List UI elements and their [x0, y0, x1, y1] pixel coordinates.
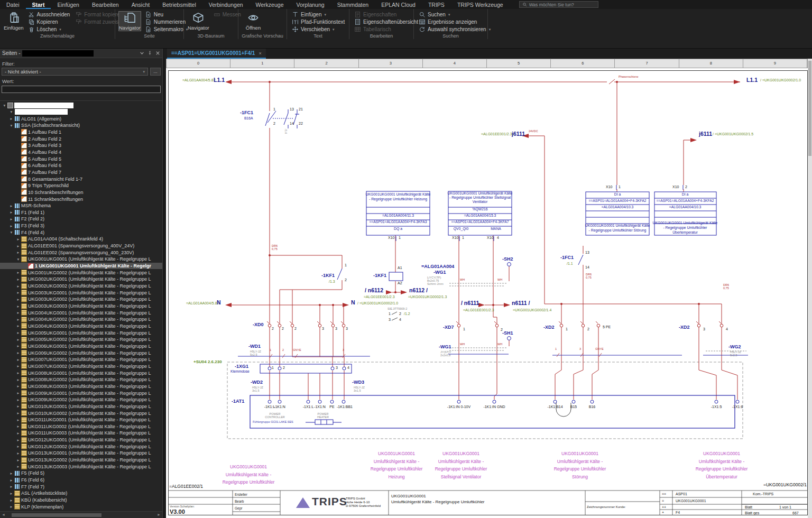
- tree-row[interactable]: ▸F2 (Feld 2): [0, 216, 162, 223]
- tree-row[interactable]: ▸UKG004UKG0002 (Umluftkühlgerät Kälte - …: [0, 316, 162, 323]
- tree-row[interactable]: 5 Aufbau Feld 5: [0, 155, 162, 162]
- button-l-schen[interactable]: Löschen▾: [26, 26, 72, 33]
- ribbon-tab-werkzeuge[interactable]: Werkzeuge: [250, 0, 290, 9]
- tree-expand-icon[interactable]: ▸: [16, 277, 21, 282]
- tree-expand-icon[interactable]: ▸: [16, 244, 21, 248]
- tree-row[interactable]: ▸UKG012UKG0002 (Umluftkühlgerät Kälte - …: [0, 443, 162, 450]
- tree-expand-icon[interactable]: ▸: [16, 310, 21, 315]
- tree-row[interactable]: ▸F1 (Feld 1): [0, 209, 162, 216]
- tree-row[interactable]: ▸UKG012UKG0001 (Umluftkühlgerät Kälte - …: [0, 437, 162, 443]
- tree-row[interactable]: ▸UKG013UKG0003 (Umluftkühlgerät Kälte - …: [0, 463, 162, 470]
- tree-row[interactable]: ▾UKG001UKG0001 (Umluftkühlgerät Kälte - …: [0, 256, 162, 263]
- tree-row[interactable]: ▸UKG001UKG0002 (Umluftkühlgerät Kälte - …: [0, 269, 162, 276]
- button-einf-gen[interactable]: Einfügen▾: [290, 11, 346, 18]
- tree-row[interactable]: ▸ASL (Artikelstückliste): [0, 490, 162, 497]
- tree-collapse-icon[interactable]: ▾: [16, 257, 21, 262]
- button-nummerieren[interactable]: Nummerieren: [143, 18, 190, 25]
- tree-expand-icon[interactable]: ▸: [16, 297, 21, 302]
- tree-row[interactable]: ▸UKG011UKG0002 (Umluftkühlgerät Kälte - …: [0, 423, 162, 430]
- tree-expand-icon[interactable]: ▸: [16, 284, 21, 289]
- ribbon-tab-eplan-cloud[interactable]: EPLAN Cloud: [375, 0, 422, 9]
- tree-row[interactable]: ▸F7 (Feld 7): [0, 483, 162, 490]
- tree-row[interactable]: ▸UKG005UKG0002 (Umluftkühlgerät Kälte - …: [0, 336, 162, 343]
- tree-row[interactable]: ▸UKG008UKG0002 (Umluftkühlgerät Kälte - …: [0, 376, 162, 383]
- tree-row[interactable]: ▸F6 (Feld 6): [0, 477, 162, 484]
- ribbon-tab-trips-werkzeuge[interactable]: TRIPS Werkzeuge: [451, 0, 510, 9]
- tree-expand-icon[interactable]: ▸: [16, 418, 21, 422]
- tree-row[interactable]: 11 Schrankbeschriftungen: [0, 196, 162, 202]
- tree-row[interactable]: ▸F3 (Feld 3): [0, 223, 162, 229]
- wert-input[interactable]: [2, 86, 161, 93]
- ribbon-tab-datei[interactable]: Datei: [0, 0, 26, 9]
- tree-expand-icon[interactable]: ▸: [16, 270, 21, 275]
- filter-more-button[interactable]: ...: [150, 68, 161, 76]
- tree-expand-icon[interactable]: ▸: [9, 217, 14, 221]
- tree-expand-icon[interactable]: ▸: [9, 498, 14, 503]
- tree-row[interactable]: ▸UKG009UKG0002 (Umluftkühlgerät Kälte - …: [0, 396, 162, 403]
- hscroll-thumb[interactable]: [12, 513, 102, 517]
- filter-dropdown[interactable]: - Nicht aktiviert - ▾: [2, 68, 148, 76]
- tree-expand-icon[interactable]: ▸: [16, 451, 21, 456]
- tree-expand-icon[interactable]: ▸: [16, 377, 21, 382]
- tree-row-redacted[interactable]: ▾: [0, 102, 162, 109]
- tree-row[interactable]: ▸UKG013UKG0001 (Umluftkühlgerät Kälte - …: [0, 450, 162, 457]
- tree-row[interactable]: 1 Aufbau Feld 1: [0, 129, 162, 136]
- tree-expand-icon[interactable]: ▸: [16, 357, 21, 362]
- tree-expand-icon[interactable]: ▸: [16, 304, 21, 309]
- scroll-left-arrow-icon[interactable]: ◄: [2, 513, 5, 516]
- tree-row[interactable]: ▸UKG010UKG0001 (Umluftkühlgerät Kälte - …: [0, 403, 162, 410]
- tree-expand-icon[interactable]: ▸: [9, 204, 14, 208]
- big-button-einf-gen[interactable]: Einfügen: [3, 11, 24, 31]
- tree-row[interactable]: ▸KLP (Klemmenplan): [0, 503, 162, 510]
- tree-expand-icon[interactable]: ▸: [16, 350, 21, 355]
- tree-expand-icon[interactable]: ▸: [16, 424, 21, 429]
- scroll-right-arrow-icon[interactable]: ►: [157, 513, 161, 516]
- tree-expand-icon[interactable]: ▸: [16, 444, 21, 449]
- tree-expand-icon[interactable]: ▸: [16, 411, 21, 415]
- button-kopieren[interactable]: Kopieren: [26, 18, 72, 25]
- tree-row[interactable]: ▸UKG009UKG0001 (Umluftkühlgerät Kälte - …: [0, 390, 162, 396]
- tree-expand-icon[interactable]: ▸: [16, 344, 21, 348]
- ribbon-tab-einf-gen[interactable]: Einfügen: [51, 0, 85, 9]
- tree-row[interactable]: 10 Schrankbeschriftungen: [0, 189, 162, 196]
- tree-row[interactable]: 3 Aufbau Feld 3: [0, 142, 162, 149]
- button-pfad-funktionstext[interactable]: Pfad-Funktionstext: [290, 18, 346, 25]
- tree-row[interactable]: ▸UKG013UKG0002 (Umluftkühlgerät Kälte - …: [0, 457, 162, 464]
- tree-row[interactable]: 1 UKG001UKG0001 Umluftkühlgerät Kälte - …: [0, 263, 162, 270]
- tree-row[interactable]: ▸ALG01AA004 (Schaltschrankfeld 4): [0, 236, 162, 243]
- chevron-down-icon[interactable]: [140, 51, 144, 56]
- ribbon-tab-stammdaten[interactable]: Stammdaten: [331, 0, 375, 9]
- ribbon-tab-bearbeiten[interactable]: Bearbeiten: [86, 0, 125, 9]
- tree-row[interactable]: ▸UKG011UKG0001 (Umluftkühlgerät Kälte - …: [0, 417, 162, 423]
- tree-expand-icon[interactable]: ▸: [16, 323, 21, 328]
- tree-row[interactable]: 2 Aufbau Feld 2: [0, 135, 162, 142]
- tree-row[interactable]: ▸UKG006UKG0001 (Umluftkühlgerät Kälte - …: [0, 343, 162, 350]
- tree-row[interactable]: ▸UKG005UKG0001 (Umluftkühlgerät Kälte - …: [0, 329, 162, 336]
- tree-expand-icon[interactable]: ▸: [16, 391, 21, 395]
- tree-row[interactable]: ▸UKG002UKG0001 (Umluftkühlgerät Kälte - …: [0, 276, 162, 283]
- button-eigenschaften-bersicht[interactable]: Eigenschaftenübersicht: [353, 18, 420, 25]
- ribbon-tab-ansicht[interactable]: Ansicht: [125, 0, 156, 9]
- tree-row[interactable]: ▸UKG004UKG0001 (Umluftkühlgerät Kälte - …: [0, 309, 162, 316]
- tree-expand-icon[interactable]: ▸: [16, 250, 21, 255]
- tree-row[interactable]: ▸UKG007UKG0002 (Umluftkühlgerät Kälte - …: [0, 363, 162, 370]
- tree-row[interactable]: ▸UKG010UKG0002 (Umluftkühlgerät Kälte - …: [0, 410, 162, 417]
- tree-row[interactable]: ▸UKG007UKG0001 (Umluftkühlgerät Kälte - …: [0, 356, 162, 363]
- button-ergebnisse-anzeigen[interactable]: Ergebnisse anzeigen: [417, 18, 492, 25]
- tree-expand-icon[interactable]: ▸: [9, 116, 14, 121]
- tree-row[interactable]: 6 Aufbau Feld 6: [0, 162, 162, 169]
- ribbon-tab-vorplanung[interactable]: Vorplanung: [290, 0, 330, 9]
- button-seitenmakro[interactable]: Seitenmakro▾: [143, 26, 190, 33]
- tree-row[interactable]: ▾F4 (Feld 4): [0, 229, 162, 236]
- ribbon-tab-verbindungen[interactable]: Verbindungen: [202, 0, 250, 9]
- pin-icon[interactable]: [147, 51, 152, 56]
- tree-row[interactable]: ▸F5 (Feld 5): [0, 470, 162, 477]
- tree-expand-icon[interactable]: ▸: [9, 478, 14, 483]
- tree-expand-icon[interactable]: ▸: [16, 404, 21, 409]
- tree-row-redacted[interactable]: ▾: [0, 109, 162, 116]
- button-suchen[interactable]: Suchen▾: [417, 11, 492, 18]
- tree-expand-icon[interactable]: ▸: [16, 438, 21, 442]
- tree-row[interactable]: ▸UKG003UKG0003 (Umluftkühlgerät Kälte - …: [0, 303, 162, 310]
- tree-expand-icon[interactable]: ▸: [16, 384, 21, 388]
- tree-row[interactable]: ▸UKG002UKG0002 (Umluftkühlgerät Kälte - …: [0, 283, 162, 290]
